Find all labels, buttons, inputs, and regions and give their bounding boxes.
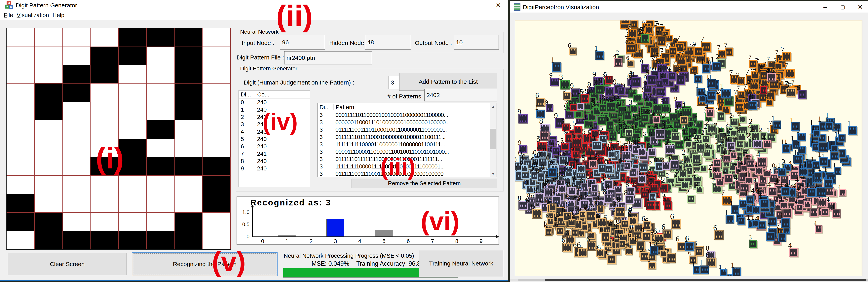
grid-cell[interactable] xyxy=(63,102,91,121)
digit-thumbnail-5[interactable] xyxy=(650,184,658,192)
digit-thumbnail-8[interactable] xyxy=(591,184,598,192)
title-bar[interactable]: MFC Digit Pattern Generator ✕ xyxy=(0,0,508,10)
grid-cell[interactable] xyxy=(147,84,175,102)
grid-cell[interactable] xyxy=(147,65,175,84)
scrollbar[interactable]: ▲ ▼ xyxy=(490,103,497,177)
digit-thumbnail-4[interactable] xyxy=(755,167,763,176)
grid-cell[interactable] xyxy=(119,231,147,249)
add-pattern-button[interactable]: Add Pattern to the List xyxy=(399,73,497,91)
clear-screen-button[interactable]: Clear Screen xyxy=(8,253,127,275)
digit-thumbnail-3[interactable] xyxy=(599,104,607,112)
grid-cell[interactable] xyxy=(63,194,91,213)
grid-cell[interactable] xyxy=(63,231,91,249)
digit-thumbnail-1[interactable] xyxy=(732,268,741,276)
grid-cell[interactable] xyxy=(175,176,203,194)
pattern-list[interactable]: Di... Pattern 30001111101100001001000110… xyxy=(317,103,497,178)
digit-thumbnail-0[interactable] xyxy=(649,193,656,201)
digit-thumbnail-9[interactable] xyxy=(644,85,652,93)
digit-thumbnail-6[interactable] xyxy=(600,232,610,242)
digit-thumbnail-6[interactable] xyxy=(563,92,571,100)
digit-thumbnail-2[interactable] xyxy=(685,141,692,148)
grid-cell[interactable] xyxy=(203,176,230,194)
hidden-node-field[interactable]: 48 xyxy=(365,35,411,50)
digit-thumbnail-4[interactable] xyxy=(716,178,724,186)
grid-cell[interactable] xyxy=(147,213,175,231)
digit-thumbnail-2[interactable] xyxy=(625,129,633,137)
grid-cell[interactable] xyxy=(119,194,147,213)
digit-thumbnail-0[interactable] xyxy=(577,165,586,174)
digit-thumbnail-1[interactable] xyxy=(700,265,709,274)
digit-thumbnail-8[interactable] xyxy=(648,148,656,156)
digit-thumbnail-2[interactable] xyxy=(696,186,703,193)
digit-thumbnail-4[interactable] xyxy=(796,203,803,211)
grid-cell[interactable] xyxy=(91,65,119,84)
digit-thumbnail-2[interactable] xyxy=(738,133,746,141)
grid-cell[interactable] xyxy=(63,120,91,139)
digit-thumbnail-1[interactable] xyxy=(812,161,820,169)
digit-thumbnail-4[interactable] xyxy=(809,209,818,217)
grid-cell[interactable] xyxy=(63,157,91,176)
digit-thumbnail-4[interactable] xyxy=(780,202,788,210)
digit-thumbnail-1[interactable] xyxy=(831,145,838,152)
digit-thumbnail-6[interactable] xyxy=(786,88,796,97)
digit-thumbnail-3[interactable] xyxy=(633,94,642,102)
digit-thumbnail-4[interactable] xyxy=(804,201,811,208)
digit-thumbnail-7[interactable] xyxy=(669,47,677,55)
menu-item-visualization[interactable]: Visualization xyxy=(17,12,49,19)
grid-cell[interactable] xyxy=(203,194,230,213)
digit-thumbnail-3[interactable] xyxy=(669,113,678,122)
grid-cell[interactable] xyxy=(119,65,147,84)
digit-thumbnail-3[interactable] xyxy=(623,112,632,120)
digit-thumbnail-6[interactable] xyxy=(680,116,688,124)
digit-thumbnail-2[interactable] xyxy=(681,181,689,189)
digit-thumbnail-1[interactable] xyxy=(824,179,833,188)
pattern-row[interactable]: 30000001100011101000000010000000100000..… xyxy=(317,119,497,126)
digit-thumbnail-6[interactable] xyxy=(666,253,676,263)
grid-cell[interactable] xyxy=(35,120,63,139)
grid-cell[interactable] xyxy=(6,47,35,65)
digit-thumbnail-6[interactable] xyxy=(586,211,596,221)
digit-thumbnail-2[interactable] xyxy=(730,118,739,126)
grid-cell[interactable] xyxy=(203,157,230,176)
digit-thumbnail-3[interactable] xyxy=(595,85,603,94)
grid-cell[interactable] xyxy=(175,102,203,121)
digit-thumbnail-6[interactable] xyxy=(556,227,564,235)
grid-cell[interactable] xyxy=(63,28,91,47)
digit-thumbnail-3[interactable] xyxy=(749,240,757,248)
digit-thumbnail-7[interactable] xyxy=(782,52,791,61)
grid-cell[interactable] xyxy=(203,231,230,249)
digit-thumbnail-3[interactable] xyxy=(575,111,582,118)
grid-cell[interactable] xyxy=(175,84,203,102)
digit-thumbnail-5[interactable] xyxy=(565,134,572,142)
grid-cell[interactable] xyxy=(147,157,175,176)
grid-cell[interactable] xyxy=(175,65,203,84)
digit-thumbnail-1[interactable] xyxy=(685,242,694,251)
grid-cell[interactable] xyxy=(119,84,147,102)
grid-cell[interactable] xyxy=(119,28,147,47)
digit-thumbnail-1[interactable] xyxy=(773,121,781,129)
count-row[interactable]: 1240 xyxy=(239,106,310,113)
digit-thumbnail-8[interactable] xyxy=(753,139,762,148)
grid-cell[interactable] xyxy=(203,139,230,157)
grid-cell[interactable] xyxy=(35,176,63,194)
digit-thumbnail-1[interactable] xyxy=(725,215,734,223)
count-row[interactable]: 2241 xyxy=(239,113,310,121)
digit-thumbnail-4[interactable] xyxy=(767,73,776,82)
digit-thumbnail-1[interactable] xyxy=(752,206,760,214)
digit-thumbnail-6[interactable] xyxy=(566,236,575,244)
grid-cell[interactable] xyxy=(91,120,119,139)
digit-thumbnail-2[interactable] xyxy=(702,135,710,143)
count-row[interactable]: 8240 xyxy=(239,157,310,165)
digit-thumbnail-2[interactable] xyxy=(687,195,695,203)
grid-cell[interactable] xyxy=(147,231,175,249)
grid-cell[interactable] xyxy=(147,194,175,213)
grid-cell[interactable] xyxy=(175,157,203,176)
digit-count-list[interactable]: Di... Co... 0240124022413240424052406240… xyxy=(239,90,310,187)
grid-cell[interactable] xyxy=(175,28,203,47)
grid-cell[interactable] xyxy=(175,213,203,231)
digit-thumbnail-3[interactable] xyxy=(606,121,614,130)
grid-cell[interactable] xyxy=(6,65,35,84)
digit-thumbnail-5[interactable] xyxy=(664,201,672,210)
grid-cell[interactable] xyxy=(63,213,91,231)
digit-thumbnail-6[interactable] xyxy=(545,228,553,236)
